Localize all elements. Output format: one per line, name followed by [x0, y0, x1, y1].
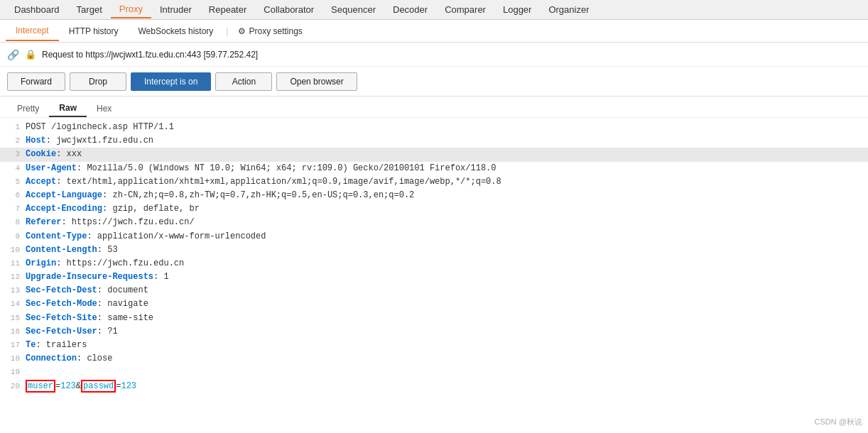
request-info-bar: 🔗 🔒 Request to https://jwcjwxt1.fzu.edu.…	[0, 43, 868, 67]
line-number-1: 1	[3, 121, 20, 134]
action-bar: Forward Drop Intercept is on Action Open…	[0, 67, 868, 97]
http-line-19: 19	[0, 366, 868, 379]
line-number-10: 10	[3, 243, 20, 257]
http-line-7: 7 Accept-Encoding: gzip, deflate, br	[0, 202, 868, 216]
line-content-1: POST /logincheck.asp HTTP/1.1	[26, 121, 865, 134]
http-line-16: 16 Sec-Fetch-User: ?1	[0, 325, 868, 339]
http-line-2: 2 Host: jwcjwxt1.fzu.edu.cn	[0, 134, 868, 148]
line-content-19	[26, 366, 865, 379]
line-number-12: 12	[3, 270, 20, 284]
http-line-11: 11 Origin: https://jwch.fzu.edu.cn	[0, 257, 868, 270]
nav-organizer[interactable]: Organizer	[540, 1, 597, 18]
watermark: CSDN @秋说	[815, 417, 862, 427]
line-number-15: 15	[3, 312, 20, 325]
nav-intruder[interactable]: Intruder	[151, 1, 200, 18]
line-number-13: 13	[3, 284, 20, 297]
http-line-13: 13 Sec-Fetch-Dest: document	[0, 284, 868, 297]
nav-decoder[interactable]: Decoder	[384, 1, 436, 18]
lock-icon: 🔒	[25, 49, 36, 60]
tab-proxy-settings[interactable]: ⚙ Proxy settings	[231, 22, 309, 40]
http-line-1: 1 POST /logincheck.asp HTTP/1.1	[0, 121, 868, 134]
passwd-param: passwd	[81, 380, 116, 393]
proxy-settings-label: Proxy settings	[249, 26, 302, 36]
http-line-8: 8 Referer: https://jwch.fzu.edu.cn/	[0, 216, 868, 229]
tab-hex[interactable]: Hex	[87, 101, 121, 116]
line-content-16: Sec-Fetch-User: ?1	[26, 325, 865, 339]
line-content-11: Origin: https://jwch.fzu.edu.cn	[26, 257, 865, 270]
http-line-15: 15 Sec-Fetch-Site: same-site	[0, 312, 868, 325]
http-line-20: 20 muser=123&passwd=123	[0, 380, 868, 393]
line-content-18: Connection: close	[26, 352, 865, 366]
line-content-9: Content-Type: application/x-www-form-url…	[26, 230, 865, 243]
http-line-9: 9 Content-Type: application/x-www-form-u…	[0, 230, 868, 243]
tab-intercept[interactable]: Intercept	[6, 21, 59, 41]
line-content-3: Cookie: xxx	[26, 148, 865, 161]
line-number-14: 14	[3, 297, 20, 311]
line-content-6: Accept-Language: zh-CN,zh;q=0.8,zh-TW;q=…	[26, 189, 865, 202]
line-content-13: Sec-Fetch-Dest: document	[26, 284, 865, 297]
nav-target[interactable]: Target	[68, 1, 111, 18]
line-number-3: 3	[3, 148, 20, 161]
nav-logger[interactable]: Logger	[494, 1, 540, 18]
http-line-14: 14 Sec-Fetch-Mode: navigate	[0, 297, 868, 311]
forward-button[interactable]: Forward	[7, 72, 65, 91]
line-number-18: 18	[3, 352, 20, 366]
nav-comparer[interactable]: Comparer	[436, 1, 494, 18]
intercept-button[interactable]: Intercept is on	[131, 72, 211, 91]
http-line-17: 17 Te: trailers	[0, 339, 868, 352]
line-content-7: Accept-Encoding: gzip, deflate, br	[26, 202, 865, 216]
line-content-4: User-Agent: Mozilla/5.0 (Windows NT 10.0…	[26, 162, 865, 175]
view-tabs: Pretty Raw Hex	[0, 97, 868, 118]
tab-websockets-history[interactable]: WebSockets history	[129, 22, 224, 40]
http-line-18: 18 Connection: close	[0, 352, 868, 366]
line-content-17: Te: trailers	[26, 339, 865, 352]
line-content-15: Sec-Fetch-Site: same-site	[26, 312, 865, 325]
nav-proxy[interactable]: Proxy	[111, 1, 151, 18]
line-number-19: 19	[3, 366, 20, 379]
line-content-8: Referer: https://jwch.fzu.edu.cn/	[26, 216, 865, 229]
tab-separator: |	[223, 26, 231, 36]
http-content: 1 POST /logincheck.asp HTTP/1.1 2 Host: …	[0, 118, 868, 433]
drop-button[interactable]: Drop	[70, 72, 126, 91]
line-number-9: 9	[3, 230, 20, 243]
http-line-3: 3 Cookie: xxx	[0, 148, 868, 161]
line-number-17: 17	[3, 339, 20, 352]
line-number-11: 11	[3, 257, 20, 270]
action-button[interactable]: Action	[215, 72, 272, 91]
nav-sequencer[interactable]: Sequencer	[322, 1, 384, 18]
line-content-12: Upgrade-Insecure-Requests: 1	[26, 270, 865, 284]
sub-tabs: Intercept HTTP history WebSockets histor…	[0, 20, 868, 43]
request-url: Request to https://jwcjwxt1.fzu.edu.cn:4…	[42, 50, 258, 60]
line-content-2: Host: jwcjwxt1.fzu.edu.cn	[26, 134, 865, 148]
line-number-8: 8	[3, 216, 20, 229]
line-number-6: 6	[3, 189, 20, 202]
muser-param: muser	[26, 380, 55, 393]
http-line-12: 12 Upgrade-Insecure-Requests: 1	[0, 270, 868, 284]
line-content-20: muser=123&passwd=123	[26, 380, 865, 393]
line-number-20: 20	[3, 380, 20, 393]
http-line-5: 5 Accept: text/html,application/xhtml+xm…	[0, 175, 868, 189]
line-number-4: 4	[3, 162, 20, 175]
line-content-5: Accept: text/html,application/xhtml+xml,…	[26, 175, 865, 189]
nav-dashboard[interactable]: Dashboard	[6, 1, 68, 18]
gear-icon: ⚙	[238, 26, 246, 36]
line-content-14: Sec-Fetch-Mode: navigate	[26, 297, 865, 311]
line-content-10: Content-Length: 53	[26, 243, 865, 257]
line-number-5: 5	[3, 175, 20, 189]
http-line-4: 4 User-Agent: Mozilla/5.0 (Windows NT 10…	[0, 162, 868, 175]
nav-collaborator[interactable]: Collaborator	[255, 1, 322, 18]
tab-raw[interactable]: Raw	[49, 100, 87, 117]
line-number-16: 16	[3, 325, 20, 339]
http-line-6: 6 Accept-Language: zh-CN,zh;q=0.8,zh-TW;…	[0, 189, 868, 202]
link-icon: 🔗	[7, 49, 19, 60]
open-browser-button[interactable]: Open browser	[276, 72, 357, 91]
tab-pretty[interactable]: Pretty	[7, 101, 49, 116]
http-line-10: 10 Content-Length: 53	[0, 243, 868, 257]
line-number-2: 2	[3, 134, 20, 148]
top-nav: Dashboard Target Proxy Intruder Repeater…	[0, 0, 868, 20]
nav-repeater[interactable]: Repeater	[200, 1, 255, 18]
tab-http-history[interactable]: HTTP history	[59, 22, 129, 40]
line-number-7: 7	[3, 202, 20, 216]
